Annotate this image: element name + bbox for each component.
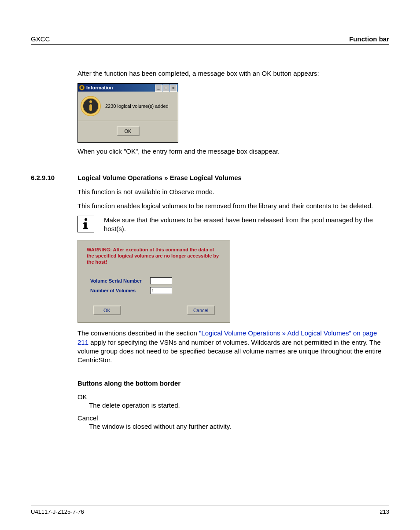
doc-id: U41117-J-Z125-7-76 bbox=[31, 508, 84, 515]
cancel-button[interactable]: Cancel bbox=[187, 305, 215, 315]
information-window: Information _ □ × 2230 lo bbox=[77, 83, 178, 143]
conventions-post: apply for specifying the VSNs and number… bbox=[77, 339, 381, 364]
paragraph-observe: This function is not available in Observ… bbox=[77, 188, 389, 196]
svg-rect-6 bbox=[89, 104, 92, 111]
header-right: Function bar bbox=[349, 35, 389, 43]
vsn-label: Volume Serial Number bbox=[90, 278, 150, 283]
cancel-term: Cancel bbox=[77, 414, 389, 422]
footer-rule bbox=[31, 505, 389, 505]
conventions-pre: The conventions described in the section bbox=[77, 329, 199, 337]
info-note-icon bbox=[77, 216, 94, 232]
conventions-paragraph: The conventions described in the section… bbox=[77, 329, 389, 364]
info-ok-button[interactable]: OK bbox=[117, 126, 140, 136]
page-number: 213 bbox=[379, 508, 389, 515]
intro-paragraph: After the function has been completed, a… bbox=[77, 69, 389, 78]
section-title: Logical Volume Operations » Erase Logica… bbox=[77, 174, 242, 181]
close-button[interactable]: × bbox=[170, 85, 177, 92]
note-text: Make sure that the volumes to be erased … bbox=[104, 216, 389, 234]
cancel-description: The window is closed without any further… bbox=[89, 423, 389, 430]
section-number: 6.2.9.10 bbox=[31, 174, 77, 181]
svg-point-5 bbox=[89, 100, 92, 103]
window-titlebar: Information _ □ × bbox=[78, 84, 178, 92]
paragraph-description: This function enables logical volumes to… bbox=[77, 202, 389, 210]
info-icon bbox=[81, 96, 101, 116]
erase-warning: WARNING: After execution of this command… bbox=[84, 247, 224, 265]
num-volumes-input[interactable] bbox=[150, 287, 172, 294]
window-title: Information bbox=[86, 85, 113, 90]
svg-point-1 bbox=[81, 86, 83, 89]
minimize-button[interactable]: _ bbox=[155, 85, 162, 92]
app-icon bbox=[79, 85, 85, 91]
header-rule bbox=[31, 44, 389, 45]
num-volumes-label: Number of Volumes bbox=[90, 288, 150, 293]
after-ok-paragraph: When you click "OK", the entry form and … bbox=[77, 147, 389, 156]
svg-point-7 bbox=[85, 218, 87, 221]
maximize-button[interactable]: □ bbox=[162, 85, 169, 92]
erase-form-window: WARNING: After execution of this command… bbox=[77, 240, 230, 323]
vsn-input[interactable] bbox=[150, 277, 172, 284]
ok-description: The delete operation is started. bbox=[89, 401, 389, 409]
info-message: 2230 logical volume(s) added bbox=[105, 103, 169, 109]
ok-button[interactable]: OK bbox=[93, 305, 121, 315]
buttons-subheading: Buttons along the bottom border bbox=[77, 379, 389, 387]
ok-term: OK bbox=[77, 393, 389, 401]
header-left: GXCC bbox=[31, 35, 50, 43]
